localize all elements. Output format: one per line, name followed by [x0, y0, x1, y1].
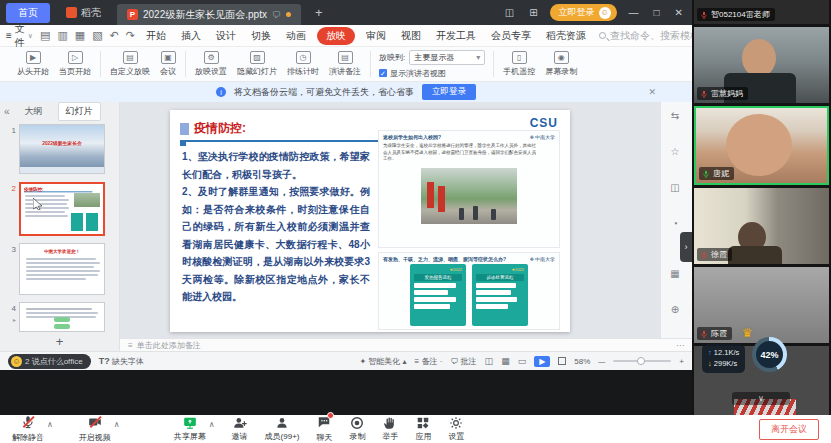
video-tile-2[interactable]: 雷慧妈妈	[694, 27, 829, 103]
apps-button[interactable]: 应用	[415, 416, 431, 442]
close-button[interactable]: ✕	[672, 7, 686, 18]
zoom-slider-knob[interactable]	[637, 357, 645, 365]
menu-item-design[interactable]: 设计	[212, 27, 240, 45]
panel-pull-tab[interactable]: ›	[680, 232, 692, 262]
menu-item-transition[interactable]: 切换	[247, 27, 275, 45]
save-icon[interactable]: ▤	[40, 29, 50, 42]
app-center-icon[interactable]: ⊞	[526, 7, 540, 18]
menu-item-docer[interactable]: 稻壳资源	[542, 27, 590, 45]
properties-icon[interactable]: ⇆	[668, 108, 682, 122]
raise-hand-button[interactable]: 举手	[382, 416, 398, 442]
tab-store[interactable]: 稻壳	[56, 3, 111, 23]
redo-icon[interactable]: ↷	[126, 29, 135, 42]
meeting-chat-overlay[interactable]: ☺ 2 说点什么office	[8, 354, 91, 369]
animation-pane-icon[interactable]: ☆	[668, 144, 682, 158]
minimize-button[interactable]: —	[626, 7, 642, 18]
play-from-current-button[interactable]: ▷当页开始	[59, 51, 91, 77]
command-search[interactable]: 查找命令、搜索模板	[599, 29, 700, 43]
smart-beautify-button[interactable]: ✦ 智能美化 ▴	[359, 356, 406, 367]
file-menu[interactable]: ≡ 文件 ∨	[6, 22, 33, 50]
history-icon[interactable]: ◔	[668, 216, 682, 230]
zoom-in-icon[interactable]: +	[679, 357, 684, 366]
video-tile-4[interactable]: 徐霞	[694, 188, 829, 264]
slideshow-play-button[interactable]: ▶	[534, 356, 550, 367]
media-icon[interactable]: ▦	[668, 266, 682, 280]
menu-item-slideshow[interactable]: 放映	[317, 27, 355, 45]
show-settings-button[interactable]: ⚙放映设置	[195, 51, 227, 77]
print-icon[interactable]: ▦	[75, 29, 85, 42]
sorter-view-icon[interactable]: ▦	[501, 356, 510, 366]
comment-toggle-button[interactable]: 🗩 批注	[450, 356, 476, 367]
reading-view-icon[interactable]: ▭	[518, 356, 527, 366]
rehearse-timing-button[interactable]: ◷排练计时	[287, 51, 319, 77]
slide-thumbnail-3[interactable]: 中南大学欢迎您！	[19, 243, 105, 295]
slide-thumbnail-2-selected[interactable]: 疫情防控:	[19, 182, 105, 236]
collapse-videos-button[interactable]: ∨	[732, 392, 790, 405]
layout-mode-icon[interactable]: ◫	[502, 7, 517, 18]
tab-home[interactable]: 首页	[6, 3, 50, 23]
play-from-start-button[interactable]: ▶从头开始	[17, 51, 49, 77]
leave-meeting-button[interactable]: 离开会议	[759, 419, 819, 440]
mic-options-chevron-icon[interactable]: ∧	[47, 420, 53, 429]
export-icon[interactable]: ▥	[57, 29, 67, 42]
presenter-view-checkbox[interactable]: ✓ 显示演讲者视图	[379, 68, 485, 79]
display-select[interactable]: 主要显示器 ▾	[409, 50, 485, 65]
thumbnail-2-photo	[74, 193, 100, 207]
current-slide[interactable]: CSU 疫情防控: 1、坚决执行学校的疫情防控政策，希望家长们配合，积极引导孩子…	[170, 110, 570, 332]
meeting-button[interactable]: ▣会议	[160, 51, 176, 77]
fit-window-icon[interactable]	[558, 357, 566, 365]
share-screen-button[interactable]: 共享屏幕	[174, 416, 206, 442]
menu-item-member[interactable]: 会员专享	[487, 27, 535, 45]
login-button[interactable]: 立即登录 ☺	[550, 4, 617, 21]
missing-font-button[interactable]: T?缺失字体	[99, 356, 144, 367]
add-slide-button[interactable]: +	[0, 334, 119, 349]
menu-item-view[interactable]: 视图	[397, 27, 425, 45]
tab-slides[interactable]: 幻灯片	[58, 102, 101, 121]
menu-item-review[interactable]: 审阅	[362, 27, 390, 45]
comment-bubble-icon[interactable]: 🗩	[272, 10, 281, 20]
hide-slide-button[interactable]: ▨隐藏幻灯片	[237, 51, 277, 77]
custom-show-button[interactable]: ▤自定义放映	[110, 51, 150, 77]
phone-remote-button[interactable]: ▯手机遥控	[503, 51, 535, 77]
video-tile-1[interactable]: 智052104雷老师	[694, 0, 829, 24]
speaker-notes-button[interactable]: ▤演讲备注	[329, 51, 361, 77]
video-tile-3-active-speaker[interactable]: 唐妮	[694, 106, 829, 185]
preview-icon[interactable]: ▧	[92, 29, 102, 42]
camera-options-chevron-icon[interactable]: ∧	[114, 420, 120, 429]
notes-toggle-button[interactable]: ≡ 备注 ·	[415, 356, 443, 367]
new-tab-button[interactable]: +	[307, 5, 331, 20]
notification-login-button[interactable]: 立即登录	[422, 84, 476, 100]
menu-item-start[interactable]: 开始	[142, 27, 170, 45]
zoom-slider[interactable]	[613, 360, 671, 362]
notes-more-icon[interactable]: ⋯	[676, 341, 684, 350]
menu-item-devtools[interactable]: 开发工具	[432, 27, 480, 45]
embedded-slide-1-title: 返校后学生如何出入校园?	[383, 134, 441, 140]
share-options-chevron-icon[interactable]: ∧	[209, 420, 215, 429]
tab-document[interactable]: P 2022级新生家长见面会.pptx 🗩	[117, 4, 301, 25]
normal-view-icon[interactable]: ◫	[485, 356, 494, 366]
screen-record-button[interactable]: ◉屏幕录制	[545, 51, 577, 77]
notification-close-icon[interactable]: ✕	[648, 87, 656, 97]
collapse-panel-icon[interactable]: «	[4, 106, 10, 117]
menu-item-insert[interactable]: 插入	[177, 27, 205, 45]
record-button[interactable]: 录制	[349, 416, 365, 442]
invite-button[interactable]: 邀请	[232, 416, 248, 442]
settings-button[interactable]: 设置	[448, 416, 464, 442]
slide-thumbnail-4[interactable]	[19, 302, 105, 332]
chat-button[interactable]: 聊天	[316, 415, 332, 443]
zoom-level[interactable]: 58%	[574, 357, 590, 366]
maximize-button[interactable]: □	[651, 7, 663, 18]
zoom-out-icon[interactable]: —	[598, 358, 605, 365]
unmute-button[interactable]: 解除静音	[12, 415, 44, 443]
tab-outline[interactable]: 大纲	[18, 103, 50, 120]
members-button[interactable]: 成员(99+)	[265, 416, 300, 442]
undo-icon[interactable]: ↶	[110, 29, 119, 42]
slide-thumbnail-1[interactable]: 2022级新生家长会	[19, 124, 105, 174]
video-tile-5[interactable]: 陈霞	[694, 267, 829, 343]
notes-bar[interactable]: ≡ 单击此处添加备注 ⋯	[120, 338, 692, 351]
web-icon[interactable]: ⊕	[668, 302, 682, 316]
layers-icon[interactable]: ◫	[668, 180, 682, 194]
network-stats-overlay: ↑ 12.1K/s ↓ 299K/s	[702, 344, 745, 373]
start-video-button[interactable]: 开启视频	[79, 415, 111, 443]
menu-item-animation[interactable]: 动画	[282, 27, 310, 45]
